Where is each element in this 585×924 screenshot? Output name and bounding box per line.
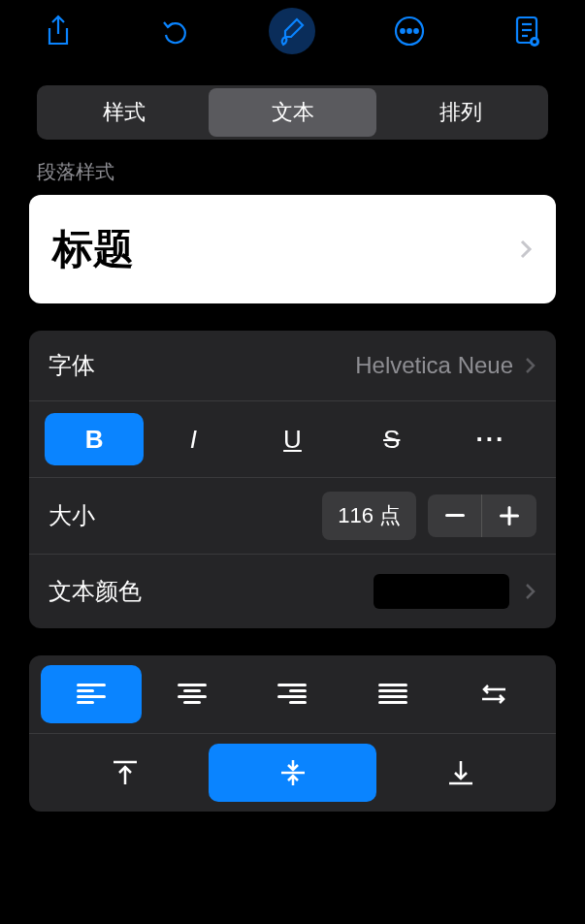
strikethrough-button[interactable]: S [342,413,441,465]
underline-button[interactable]: U [243,413,341,465]
svg-rect-23 [277,695,307,698]
size-stepper [428,494,536,537]
color-swatch [374,574,509,609]
align-center-button[interactable] [142,665,243,723]
size-label: 大小 [49,500,95,531]
italic-button[interactable]: I [144,413,243,465]
svg-point-2 [407,29,411,33]
size-increase-button[interactable] [482,494,536,537]
svg-point-9 [533,40,536,44]
format-tabs: 样式 文本 排列 [37,85,548,140]
svg-point-3 [414,29,418,33]
undo-icon[interactable] [152,8,199,54]
more-styles-button[interactable]: ··· [441,413,540,465]
svg-rect-14 [77,689,94,692]
svg-rect-13 [77,684,106,686]
tab-arrange[interactable]: 排列 [376,88,545,137]
text-color-row[interactable]: 文本颜色 [29,555,556,628]
font-row[interactable]: 字体 Helvetica Neue [29,331,556,401]
size-value[interactable]: 116 点 [322,492,416,540]
svg-rect-20 [183,701,201,704]
chevron-right-icon [525,356,536,375]
top-toolbar [0,0,585,70]
alignment-group [29,655,556,812]
align-left-button[interactable] [41,665,142,723]
more-icon[interactable] [386,8,433,54]
text-style-buttons: B I U S ··· [29,401,556,478]
tab-text[interactable]: 文本 [209,88,377,137]
svg-rect-27 [378,695,407,698]
text-direction-button[interactable] [443,665,544,723]
svg-rect-12 [500,515,519,518]
text-color-label: 文本颜色 [49,576,142,607]
svg-rect-16 [77,701,94,704]
valign-top-button[interactable] [41,744,209,802]
svg-rect-28 [378,701,407,704]
svg-rect-18 [183,689,201,692]
svg-rect-15 [77,695,106,698]
align-right-button[interactable] [243,665,343,723]
svg-rect-21 [277,684,307,686]
svg-point-1 [401,29,405,33]
svg-rect-17 [178,684,207,686]
horizontal-align-row [29,655,556,734]
tab-style[interactable]: 样式 [40,88,209,137]
paragraph-section-label: 段落样式 [37,159,548,185]
font-label: 字体 [49,350,95,381]
brush-icon[interactable] [269,8,315,54]
vertical-align-row [29,734,556,812]
paragraph-style-selector[interactable]: 标题 [29,195,556,303]
share-icon[interactable] [35,8,81,54]
font-group: 字体 Helvetica Neue B I U S ··· 大小 116 点 [29,331,556,628]
svg-rect-25 [378,684,407,686]
size-decrease-button[interactable] [428,494,482,537]
align-justify-button[interactable] [342,665,443,723]
size-row: 大小 116 点 [29,478,556,555]
svg-rect-10 [445,514,465,517]
chevron-right-icon [525,582,536,601]
svg-rect-19 [178,695,207,698]
bold-button[interactable]: B [45,413,144,465]
chevron-right-icon [519,239,533,260]
document-icon[interactable] [504,8,550,54]
valign-middle-button[interactable] [209,744,376,802]
paragraph-style-name: 标题 [52,222,134,276]
valign-bottom-button[interactable] [376,744,544,802]
svg-rect-22 [289,689,307,692]
svg-rect-26 [378,689,407,692]
font-value: Helvetica Neue [355,352,513,379]
svg-rect-24 [289,701,307,704]
ellipsis-icon: ··· [476,425,506,455]
